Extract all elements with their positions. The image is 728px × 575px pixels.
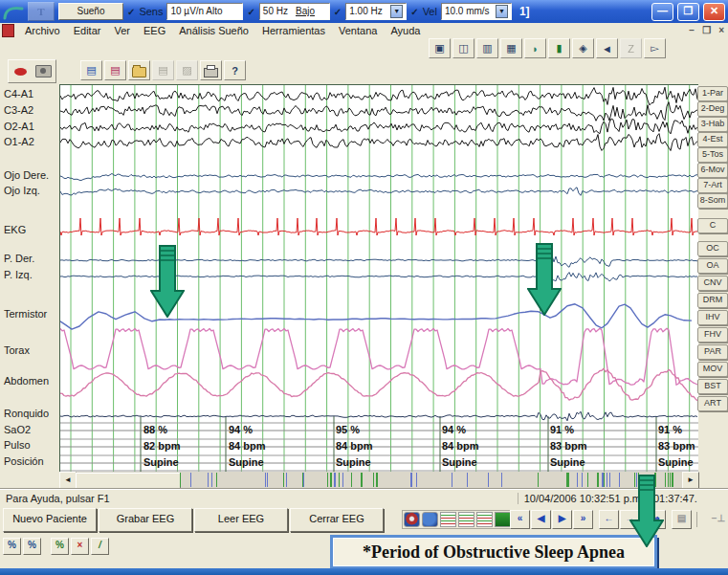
audio-icon[interactable]: ◄ [596, 38, 618, 58]
marker-tool-icon[interactable]: ◗ [524, 38, 546, 58]
signal-chart[interactable] [59, 84, 698, 473]
menu-ventana[interactable]: Ventana [332, 25, 384, 36]
trend-graph-icon[interactable] [440, 512, 456, 527]
menu-eeg[interactable]: EEG [137, 25, 172, 36]
grabar-eeg-button[interactable]: Grabar EEG [99, 508, 192, 532]
scroll-right-icon[interactable]: ► [682, 472, 699, 490]
pen-icon[interactable]: / [91, 538, 109, 555]
trend-graph-icon[interactable] [458, 512, 474, 527]
channel-label: EKG [4, 224, 26, 235]
menu-ayuda[interactable]: Ayuda [384, 25, 427, 36]
mode-button[interactable]: IHV [697, 310, 728, 325]
mode-button[interactable]: FHV [697, 327, 728, 343]
status-datetime: 10/04/2006 10:32:51 p.m [518, 493, 647, 504]
grid-view-icon[interactable]: ▦ [500, 38, 522, 58]
mode-button[interactable]: OC [697, 241, 728, 256]
scrollbar-thumb[interactable] [76, 473, 181, 489]
prev-epoch-icon[interactable]: ◀ [531, 510, 551, 529]
split-view-icon[interactable]: ▥ [476, 38, 498, 58]
print-icon[interactable] [200, 60, 222, 80]
last-epoch-icon[interactable]: » [573, 510, 593, 529]
event-button[interactable]: 4-Est [697, 132, 728, 147]
event-button[interactable]: 8-Som [697, 193, 728, 209]
help-icon[interactable]: ? [224, 60, 246, 80]
mode-button[interactable]: ART [697, 396, 728, 411]
minimize-button[interactable]: — [651, 3, 673, 21]
folder-icon[interactable] [128, 60, 150, 80]
pulse-marker-icon[interactable]: −⊥ [704, 511, 728, 528]
menu-editar[interactable]: Editar [67, 25, 108, 36]
notes-icon[interactable]: ▻ [644, 38, 666, 58]
psg-application-window: T Sueño ✓ Sens 10 µV/n Alto ✓ 50 HzBajo … [0, 0, 728, 575]
new-study-icon[interactable]: ▤ [80, 60, 102, 80]
restore-button[interactable]: ❐ [677, 3, 699, 21]
first-epoch-icon[interactable]: « [510, 510, 530, 529]
event-button[interactable]: 5-Tos [697, 147, 728, 163]
sao2-value: 94 % [442, 424, 466, 435]
cerrar-eeg-button[interactable]: Cerrar EEG [290, 508, 384, 532]
nuevo-paciente-button[interactable]: Nuevo Paciente [3, 508, 97, 532]
calibrate-icon[interactable]: % [51, 538, 69, 555]
next-epoch-icon[interactable]: ▶ [552, 510, 572, 529]
horizontal-scrollbar[interactable]: ◄ ► [59, 472, 697, 488]
sleep-z-icon[interactable]: Z [620, 38, 642, 58]
event-button[interactable]: 6-Mov [697, 163, 728, 178]
check-icon: ✓ [410, 7, 418, 17]
menu-archivo[interactable]: Archivo [18, 25, 67, 36]
chevron-down-icon[interactable]: ▼ [390, 5, 403, 18]
text-tool-icon[interactable]: T [28, 2, 55, 21]
sensitivity-select[interactable]: 10 µV/n Alto [166, 3, 243, 20]
high-filter-select[interactable]: 50 HzBajo [259, 3, 330, 20]
sao2-value: 88 % [143, 424, 167, 435]
disc-analysis-icon[interactable] [404, 512, 420, 527]
event-button[interactable]: 7-Art [697, 178, 728, 193]
mdi-minimize-icon[interactable]: − [685, 25, 698, 35]
video-review-icon[interactable] [495, 512, 511, 527]
event-button[interactable]: 2-Deg [697, 101, 728, 117]
close-button[interactable]: ✕ [703, 3, 725, 21]
page-forward-icon[interactable]: → [620, 510, 640, 529]
menu-ver[interactable]: Ver [107, 25, 137, 36]
video-icon[interactable]: ▮ [548, 38, 570, 58]
event-button[interactable]: 3-Hab [697, 117, 728, 132]
camera-icon[interactable] [33, 62, 54, 80]
mode-button[interactable]: DRM [697, 293, 728, 308]
impedance-all-icon[interactable]: % [23, 538, 41, 555]
record-icon[interactable] [11, 62, 31, 80]
menu-herramientas[interactable]: Herramientas [255, 25, 332, 36]
montage-c-button[interactable]: C [697, 218, 728, 233]
speed-select[interactable]: 10.0 mm/s▼ [441, 3, 512, 20]
report-icon[interactable]: ▤ [672, 510, 692, 529]
event-button[interactable]: 1-Par [697, 86, 728, 101]
record-toolbar [8, 59, 56, 83]
leer-eeg-button[interactable]: Leer EEG [194, 508, 288, 532]
trend-graph-icon[interactable] [476, 512, 493, 527]
page-back-icon[interactable]: ← [599, 510, 619, 529]
cancel-calibrate-icon[interactable]: × [71, 538, 89, 555]
navigation-toolbar: « ◀ ▶ » ← → ⇒ ▤ −⊥ [510, 510, 728, 529]
mode-button[interactable]: BST [697, 379, 728, 394]
disc-icon[interactable]: ◈ [572, 38, 594, 58]
screen-view-icon[interactable]: ▣ [429, 38, 451, 58]
mode-button[interactable]: CNV [697, 276, 728, 291]
menu-analisis-sueno[interactable]: Análisis Sueño [172, 25, 255, 36]
impedance-icon[interactable]: % [3, 538, 21, 555]
mode-button[interactable]: OA [697, 258, 728, 274]
scroll-left-icon[interactable]: ◄ [59, 472, 77, 490]
montage-view-icon[interactable]: ◫ [452, 38, 474, 58]
low-filter-select[interactable]: 1.00 Hz▼ [345, 3, 407, 20]
mdi-restore-icon[interactable]: ❐ [698, 25, 715, 35]
channel-label: O1-A2 [4, 136, 34, 147]
goto-icon[interactable]: ⇒ [646, 510, 666, 529]
globe-icon[interactable] [422, 512, 438, 527]
save-icon[interactable]: ▤ [152, 60, 174, 80]
check-icon: ✓ [334, 7, 342, 17]
mode-button[interactable]: PAR [697, 344, 728, 360]
export-icon[interactable]: ▨ [176, 60, 198, 80]
taskbar-strip [0, 568, 728, 575]
chevron-down-icon[interactable]: ▼ [496, 5, 508, 18]
mode-button[interactable]: MOV [697, 362, 728, 377]
mdi-close-icon[interactable]: × [715, 25, 728, 35]
stage-mode-button[interactable]: Sueño [58, 3, 123, 20]
open-study-icon[interactable]: ▤ [104, 60, 126, 80]
